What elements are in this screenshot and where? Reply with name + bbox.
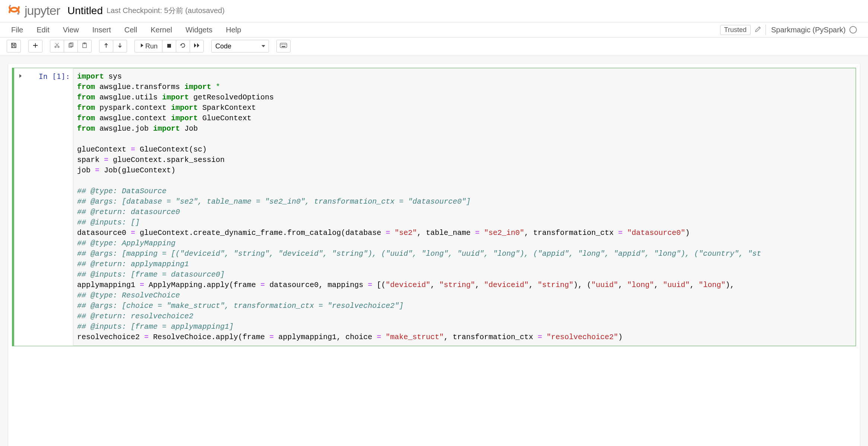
menu-kernel[interactable]: Kernel — [151, 26, 172, 34]
divider — [766, 25, 766, 35]
svg-point-13 — [284, 44, 285, 45]
menu-edit[interactable]: Edit — [37, 26, 49, 34]
toolbar: Run Code — [0, 38, 868, 56]
menu-help[interactable]: Help — [226, 26, 241, 34]
plus-icon — [33, 43, 38, 50]
menu-view[interactable]: View — [63, 26, 79, 34]
notebook-area: In [1]: import sys from awsglue.transfor… — [0, 56, 868, 446]
move-down-button[interactable] — [113, 40, 127, 52]
run-group: Run — [134, 40, 204, 52]
keyboard-icon — [280, 43, 287, 50]
run-icon — [139, 43, 144, 50]
edit-group — [50, 40, 92, 52]
run-label: Run — [145, 42, 158, 50]
arrow-up-icon — [104, 43, 109, 50]
svg-point-1 — [17, 13, 19, 15]
notebook-title[interactable]: Untitled — [67, 5, 103, 17]
copy-button[interactable] — [64, 40, 78, 52]
svg-point-11 — [281, 44, 282, 45]
svg-rect-9 — [280, 43, 287, 48]
paste-icon — [82, 42, 88, 50]
kernel-indicator-icon[interactable] — [849, 26, 857, 34]
stop-icon — [167, 43, 171, 50]
menu-insert[interactable]: Insert — [92, 26, 111, 34]
arrow-down-icon — [117, 43, 123, 50]
svg-point-3 — [58, 46, 59, 48]
add-cell-button[interactable] — [28, 40, 42, 52]
jupyter-logo[interactable]: jupyter — [7, 3, 60, 18]
svg-rect-10 — [282, 46, 285, 47]
scissors-icon — [54, 42, 60, 50]
fast-forward-icon — [194, 43, 200, 50]
menubar: File Edit View Insert Cell Kernel Widget… — [0, 22, 868, 38]
menu-widgets[interactable]: Widgets — [186, 26, 212, 34]
svg-point-12 — [282, 44, 283, 45]
move-group — [99, 40, 127, 52]
restart-icon — [180, 42, 186, 50]
cell-type-select-wrap: Code — [211, 40, 269, 52]
svg-point-14 — [285, 44, 286, 45]
stop-button[interactable] — [162, 40, 176, 52]
cell-prompt: In [1]: — [33, 72, 70, 81]
kernel-name[interactable]: Sparkmagic (PySpark) — [771, 26, 846, 34]
jupyter-wordmark: jupyter — [25, 3, 60, 18]
menu-file[interactable]: File — [11, 26, 23, 34]
save-button[interactable] — [7, 40, 21, 52]
cell-type-select[interactable]: Code — [211, 40, 269, 52]
paste-button[interactable] — [77, 40, 92, 52]
menu-cell[interactable]: Cell — [124, 26, 137, 34]
code-input-area[interactable]: import sys from awsglue.transforms impor… — [73, 68, 856, 346]
restart-run-all-button[interactable] — [190, 40, 204, 52]
pencil-icon[interactable] — [755, 26, 761, 34]
move-up-button[interactable] — [99, 40, 113, 52]
restart-button[interactable] — [176, 40, 190, 52]
trusted-badge[interactable]: Trusted — [720, 25, 751, 35]
svg-rect-8 — [167, 44, 171, 48]
collapse-toggle-icon[interactable] — [18, 73, 22, 80]
save-icon — [11, 42, 17, 50]
copy-icon — [68, 42, 74, 50]
notebook-container: In [1]: import sys from awsglue.transfor… — [8, 64, 860, 446]
svg-point-2 — [55, 46, 56, 48]
cut-button[interactable] — [50, 40, 64, 52]
prompt-area: In [1]: — [14, 68, 73, 346]
header: jupyter Untitled Last Checkpoint: 5分前 (a… — [0, 0, 868, 22]
checkpoint-text: Last Checkpoint: 5分前 (autosaved) — [107, 6, 225, 16]
run-button[interactable]: Run — [134, 40, 162, 52]
jupyter-icon — [7, 3, 21, 18]
code-cell[interactable]: In [1]: import sys from awsglue.transfor… — [12, 68, 856, 346]
command-palette-button[interactable] — [276, 40, 291, 52]
